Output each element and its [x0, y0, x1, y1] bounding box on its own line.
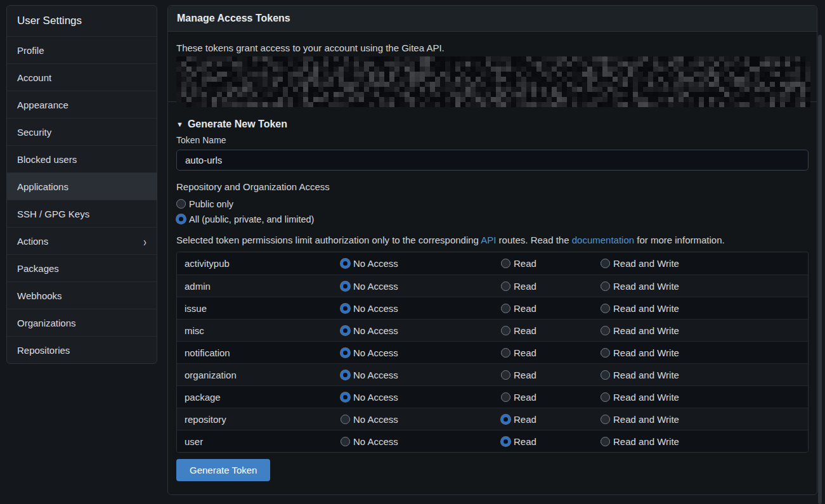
scope-notification-option-read-and-write[interactable]: Read and Write: [597, 347, 808, 358]
radio-unselected-icon[interactable]: [341, 437, 350, 446]
radio-unselected-icon[interactable]: [501, 304, 510, 313]
scope-issue-option-read[interactable]: Read: [497, 303, 597, 314]
scope-admin-option-read[interactable]: Read: [497, 281, 597, 292]
radio-unselected-icon[interactable]: [341, 415, 350, 424]
radio-unselected-icon[interactable]: [601, 437, 610, 446]
scope-issue-option-no-access[interactable]: No Access: [337, 303, 497, 314]
manage-tokens-panel: Manage Access Tokens These tokens grant …: [167, 5, 817, 495]
sidebar-item-appearance[interactable]: Appearance: [7, 91, 157, 118]
sidebar-item-packages[interactable]: Packages: [7, 254, 157, 281]
access-option-all-public-private-and-limited[interactable]: All (public, private, and limited): [176, 213, 809, 225]
scope-user-option-read-and-write[interactable]: Read and Write: [597, 436, 808, 447]
radio-selected-icon[interactable]: [341, 392, 350, 402]
sidebar-item-blocked-users[interactable]: Blocked users: [7, 145, 157, 172]
scope-repository-option-read-and-write[interactable]: Read and Write: [597, 414, 808, 425]
user-settings-sidebar: User Settings ProfileAccountAppearanceSe…: [6, 5, 157, 364]
sidebar-item-repositories[interactable]: Repositories: [7, 336, 157, 363]
scope-issue-option-read-and-write[interactable]: Read and Write: [597, 303, 808, 314]
token-name-label: Token Name: [176, 135, 809, 145]
scope-organization-option-read-and-write[interactable]: Read and Write: [597, 370, 808, 380]
radio-unselected-icon[interactable]: [501, 392, 510, 402]
scope-option-label: Read and Write: [613, 414, 679, 425]
scope-misc-option-no-access[interactable]: No Access: [337, 325, 497, 336]
scope-name: notification: [177, 347, 337, 358]
scope-option-label: Read: [514, 436, 536, 447]
radio-unselected-icon[interactable]: [601, 370, 610, 380]
scope-option-label: No Access: [353, 414, 398, 425]
scope-admin-option-no-access[interactable]: No Access: [337, 281, 497, 292]
scope-row-activitypub: activitypubNo AccessReadRead and Write: [177, 252, 808, 275]
scope-misc-option-read[interactable]: Read: [497, 325, 597, 336]
radio-selected-icon[interactable]: [341, 259, 350, 268]
scope-notification-option-no-access[interactable]: No Access: [337, 347, 497, 358]
radio-unselected-icon[interactable]: [601, 326, 610, 335]
sidebar-item-security[interactable]: Security: [7, 118, 157, 145]
scope-option-label: No Access: [353, 303, 398, 314]
scope-row-issue: issueNo AccessReadRead and Write: [177, 297, 808, 319]
scope-repository-option-read[interactable]: Read: [497, 414, 597, 425]
scope-name: user: [177, 436, 337, 447]
scope-activitypub-option-read-and-write[interactable]: Read and Write: [597, 258, 808, 269]
scope-option-label: Read: [514, 392, 536, 403]
link-documentation[interactable]: documentation: [572, 235, 634, 245]
scope-option-label: No Access: [353, 392, 398, 403]
access-option-public-only[interactable]: Public only: [176, 198, 809, 210]
radio-unselected-icon[interactable]: [601, 348, 610, 358]
radio-unselected-icon[interactable]: [601, 415, 610, 424]
scope-misc-option-read-and-write[interactable]: Read and Write: [597, 325, 808, 336]
scope-package-option-read-and-write[interactable]: Read and Write: [597, 392, 808, 403]
radio-selected-icon[interactable]: [501, 415, 510, 424]
radio-unselected-icon[interactable]: [176, 199, 186, 209]
scope-organization-option-read[interactable]: Read: [497, 370, 597, 380]
sidebar-item-actions[interactable]: Actions›: [7, 227, 157, 254]
radio-unselected-icon[interactable]: [601, 281, 610, 291]
radio-unselected-icon[interactable]: [501, 370, 510, 380]
scope-option-label: No Access: [353, 281, 398, 292]
sidebar-item-account[interactable]: Account: [7, 63, 157, 91]
radio-unselected-icon[interactable]: [601, 392, 610, 402]
radio-unselected-icon[interactable]: [501, 259, 510, 268]
scope-notification-option-read[interactable]: Read: [497, 347, 597, 358]
radio-selected-icon[interactable]: [341, 281, 350, 291]
token-name-input[interactable]: [176, 150, 809, 171]
sidebar-item-applications[interactable]: Applications: [7, 172, 157, 200]
radio-unselected-icon[interactable]: [501, 348, 510, 358]
caret-down-icon: ▼: [176, 120, 183, 128]
radio-unselected-icon[interactable]: [601, 304, 610, 313]
sidebar-item-ssh-gpg-keys[interactable]: SSH / GPG Keys: [7, 200, 157, 227]
scope-name: admin: [177, 281, 337, 292]
link-api[interactable]: API: [481, 235, 496, 245]
scope-activitypub-option-read[interactable]: Read: [497, 258, 597, 269]
scope-name: misc: [177, 325, 337, 336]
radio-selected-icon[interactable]: [341, 370, 350, 380]
radio-selected-icon[interactable]: [341, 304, 350, 313]
sidebar-item-organizations[interactable]: Organizations: [7, 309, 157, 336]
scope-package-option-no-access[interactable]: No Access: [337, 392, 497, 403]
scope-package-option-read[interactable]: Read: [497, 392, 597, 403]
scope-repository-option-no-access[interactable]: No Access: [337, 414, 497, 425]
sidebar-item-label: Actions: [17, 236, 48, 247]
generate-new-token-toggle[interactable]: ▼ Generate New Token: [176, 119, 809, 130]
radio-unselected-icon[interactable]: [501, 281, 510, 291]
generate-token-button[interactable]: Generate Token: [176, 459, 270, 481]
radio-selected-icon[interactable]: [341, 348, 350, 358]
scope-activitypub-option-no-access[interactable]: No Access: [337, 258, 497, 269]
radio-unselected-icon[interactable]: [501, 326, 510, 335]
scope-option-label: Read: [514, 258, 536, 269]
permissions-note: Selected token permissions limit authori…: [176, 234, 809, 246]
radio-selected-icon[interactable]: [341, 326, 350, 335]
scope-option-label: Read and Write: [613, 258, 679, 269]
scope-option-label: No Access: [353, 347, 398, 358]
sidebar-item-profile[interactable]: Profile: [7, 36, 157, 63]
scope-organization-option-no-access[interactable]: No Access: [337, 370, 497, 380]
scope-user-option-read[interactable]: Read: [497, 436, 597, 447]
radio-selected-icon[interactable]: [501, 437, 510, 446]
sidebar-item-label: Profile: [17, 45, 44, 56]
radio-unselected-icon[interactable]: [601, 259, 610, 268]
scope-user-option-no-access[interactable]: No Access: [337, 436, 497, 447]
scope-admin-option-read-and-write[interactable]: Read and Write: [597, 281, 808, 292]
sidebar-item-webhooks[interactable]: Webhooks: [7, 281, 157, 309]
scrollbar-thumb[interactable]: [818, 35, 822, 504]
chevron-right-icon: ›: [143, 235, 146, 247]
radio-selected-icon[interactable]: [176, 214, 186, 224]
